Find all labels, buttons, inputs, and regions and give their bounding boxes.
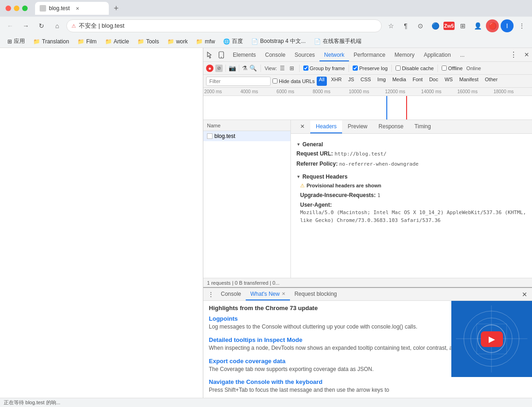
filter-ws[interactable]: WS <box>442 77 455 86</box>
filter-img[interactable]: Img <box>375 77 388 86</box>
devtools-main-toolbar: Elements Console Sources Network Perform… <box>203 48 532 62</box>
disable-cache-input[interactable] <box>396 66 401 71</box>
whats-new-close[interactable]: ✕ <box>282 291 285 296</box>
file-item-blogttest[interactable]: blog.test <box>203 131 290 141</box>
offline-checkbox[interactable]: Offline <box>442 66 463 71</box>
browser-tab[interactable]: blog.test ✕ <box>35 2 109 15</box>
response-tab[interactable]: Response <box>373 120 409 133</box>
bookmark-zaixian[interactable]: 📄 在线客服手机端 <box>310 36 365 47</box>
devtools-close-button[interactable]: ✕ <box>521 49 532 60</box>
general-section-title[interactable]: ▼ General <box>296 141 526 148</box>
extension3-icon[interactable]: ⊞ <box>456 19 469 32</box>
upgrade-insecure-value: 1 <box>377 192 380 198</box>
new-tab-button[interactable]: + <box>111 3 122 14</box>
request-headers-section-title[interactable]: ▼ Request Headers <box>296 174 526 180</box>
console-tab[interactable]: Console <box>216 288 246 300</box>
request-blocking-tab[interactable]: Request blocking <box>290 288 342 300</box>
tab-sources[interactable]: Sources <box>290 49 319 61</box>
preview-tab[interactable]: Preview <box>342 120 373 133</box>
camera-button[interactable]: 📷 <box>229 65 236 72</box>
bottom-more-button[interactable]: ⋮ <box>205 289 216 300</box>
tab-memory[interactable]: Memory <box>390 49 419 61</box>
keyboard-title[interactable]: Navigate the Console with the keyboard <box>209 378 526 385</box>
video-thumbnail[interactable]: ▶ <box>451 301 532 377</box>
address-box[interactable]: ⚠ 不安全 | blog.test <box>66 19 382 32</box>
page-area <box>0 48 203 398</box>
preserve-log-checkbox[interactable]: Preserve log <box>353 66 388 71</box>
filter-manifest[interactable]: Manifest <box>457 77 481 86</box>
close-file-tab[interactable]: ✕ <box>295 120 310 133</box>
filter-font[interactable]: Font <box>410 77 425 86</box>
tab-elements[interactable]: Elements <box>228 49 260 61</box>
clear-button[interactable]: ⊘ <box>215 65 223 72</box>
bookmark-work[interactable]: 📁 work <box>164 36 191 47</box>
bookmark-baidu[interactable]: 🌐 百度 <box>219 36 247 47</box>
bottom-close-button[interactable]: ✕ <box>519 289 530 300</box>
forward-button[interactable]: → <box>19 19 32 32</box>
bookmark-mfw[interactable]: 📁 mfw <box>192 36 219 47</box>
record-button[interactable]: ● <box>206 65 213 72</box>
headers-tab[interactable]: Headers <box>310 120 342 133</box>
disable-cache-checkbox[interactable]: Disable cache <box>396 66 434 71</box>
filter-doc[interactable]: Doc <box>427 77 441 86</box>
group-by-frame-checkbox[interactable]: Group by frame <box>303 66 345 71</box>
tab-favicon <box>40 5 46 12</box>
filter-input[interactable] <box>206 77 271 86</box>
whats-new-tab[interactable]: What's New ✕ <box>246 288 290 300</box>
filter-all[interactable]: All <box>317 77 327 86</box>
tab-title: blog.test <box>49 5 70 12</box>
bookmark-star-icon[interactable]: ☆ <box>384 19 397 32</box>
devtools-more-button[interactable]: ⋮ <box>508 49 519 60</box>
browser-window: blog.test ✕ + ← → ↻ ⌂ ⚠ 不安全 | blog.test … <box>0 0 532 407</box>
extension4-icon[interactable]: 👤 <box>471 19 484 32</box>
tab-network[interactable]: Network <box>319 49 349 61</box>
history-icon[interactable]: ⊙ <box>414 19 427 32</box>
tab-performance[interactable]: Performance <box>349 49 390 61</box>
back-button[interactable]: ← <box>4 19 17 32</box>
search-icon[interactable]: 🔍 <box>249 65 257 72</box>
tab-console[interactable]: Console <box>260 49 290 61</box>
read-mode-icon[interactable]: ¶ <box>399 19 412 32</box>
extension2-icon[interactable]: Zw5 <box>443 22 455 30</box>
bookmark-apps[interactable]: ⊞ 应用 <box>4 36 29 47</box>
close-button[interactable] <box>6 6 11 11</box>
referrer-policy-row: Referrer Policy: no-referrer-when-downgr… <box>296 160 526 168</box>
file-list: Name blog.test <box>203 120 291 278</box>
filter-js[interactable]: JS <box>346 77 356 86</box>
timing-tab[interactable]: Timing <box>409 120 437 133</box>
home-button[interactable]: ⌂ <box>51 19 64 32</box>
bookmark-tools[interactable]: 📁 Tools <box>134 36 163 47</box>
devtools-toolbar-right: ⋮ ✕ <box>508 49 532 60</box>
menu-icon[interactable]: ⋮ <box>515 19 528 32</box>
inspect-element-button[interactable] <box>205 50 215 60</box>
filter-other[interactable]: Other <box>483 77 500 86</box>
filter-xhr[interactable]: XHR <box>329 77 344 86</box>
offline-input[interactable] <box>442 66 447 71</box>
tab-close-button[interactable]: ✕ <box>74 5 81 12</box>
view-frame-button[interactable]: ⊞ <box>288 65 296 72</box>
folder-film-icon: 📁 <box>77 38 84 45</box>
group-by-frame-input[interactable] <box>303 66 308 71</box>
device-toggle-button[interactable] <box>216 50 226 60</box>
play-button[interactable]: ▶ <box>481 331 503 347</box>
reload-button[interactable]: ↻ <box>35 19 48 32</box>
bookmark-translation[interactable]: 📁 Translation <box>30 36 73 47</box>
profile-icon[interactable]: I <box>501 19 514 32</box>
filter-media[interactable]: Media <box>390 77 408 86</box>
extension5-icon[interactable]: 🔴 <box>486 19 499 32</box>
minimize-button[interactable] <box>14 6 19 11</box>
extension1-icon[interactable]: 🔵 <box>429 19 442 32</box>
hide-data-urls-input[interactable] <box>272 78 278 84</box>
bookmark-film[interactable]: 📁 Film <box>74 36 100 47</box>
hide-data-urls-checkbox[interactable]: Hide data URLs <box>272 78 315 84</box>
maximize-button[interactable] <box>22 6 28 11</box>
bookmark-bootstrap[interactable]: 📄 Bootstrap 4 中文... <box>248 36 309 47</box>
filter-css[interactable]: CSS <box>358 77 373 86</box>
filter-icon[interactable]: ⚗ <box>242 65 248 72</box>
preserve-log-input[interactable] <box>353 66 358 71</box>
view-list-button[interactable]: ☰ <box>279 65 286 72</box>
tab-more[interactable]: ... <box>455 49 469 61</box>
bookmark-article[interactable]: 📁 Article <box>101 36 133 47</box>
tab-application[interactable]: Application <box>419 49 455 61</box>
timeline-scale: 2000 ms 4000 ms 6000 ms 8000 ms 10000 ms… <box>203 88 532 96</box>
